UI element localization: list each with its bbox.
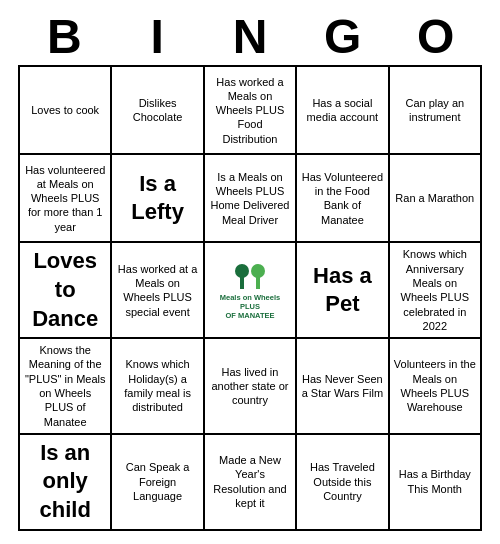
bingo-letter-b: B — [20, 13, 108, 61]
bingo-cell-9: Ran a Marathon — [390, 155, 482, 243]
bingo-cell-3: Has a social media account — [297, 67, 389, 155]
mow-logo: Meals on Wheels PLUSOF MANATEE — [209, 261, 291, 320]
bingo-letter-o: O — [392, 13, 480, 61]
mow-logo-text: Meals on Wheels PLUSOF MANATEE — [209, 293, 291, 320]
bingo-cell-21: Can Speak a Foreign Language — [112, 435, 204, 531]
bingo-cell-16: Knows which Holiday(s) a family meal is … — [112, 339, 204, 435]
svg-point-1 — [251, 264, 265, 278]
svg-rect-2 — [240, 277, 244, 289]
bingo-cell-10: Loves to Dance — [20, 243, 112, 339]
bingo-grid: Loves to cookDislikes ChocolateHas worke… — [18, 65, 482, 530]
bingo-cell-5: Has volunteered at Meals on Wheels PLUS … — [20, 155, 112, 243]
bingo-cell-18: Has Never Seen a Star Wars Film — [297, 339, 389, 435]
bingo-cell-11: Has worked at a Meals on Wheels PLUS spe… — [112, 243, 204, 339]
bingo-cell-4: Can play an instrument — [390, 67, 482, 155]
bingo-cell-17: Has lived in another state or country — [205, 339, 297, 435]
svg-point-0 — [235, 264, 249, 278]
bingo-cell-1: Dislikes Chocolate — [112, 67, 204, 155]
bingo-cell-2: Has worked a Meals on Wheels PLUS Food D… — [205, 67, 297, 155]
bingo-cell-6: Is a Lefty — [112, 155, 204, 243]
svg-rect-3 — [256, 277, 260, 289]
bingo-cell-20: Is an only child — [20, 435, 112, 531]
bingo-cell-7: Is a Meals on Wheels PLUS Home Delivered… — [205, 155, 297, 243]
bingo-cell-13: Has a Pet — [297, 243, 389, 339]
bingo-cell-23: Has Traveled Outside this Country — [297, 435, 389, 531]
bingo-cell-22: Made a New Year's Resolution and kept it — [205, 435, 297, 531]
bingo-cell-8: Has Volunteered in the Food Bank of Mana… — [297, 155, 389, 243]
bingo-letter-n: N — [206, 13, 294, 61]
bingo-letter-g: G — [299, 13, 387, 61]
bingo-header: BINGO — [18, 13, 482, 61]
bingo-cell-15: Knows the Meaning of the "PLUS" in Meals… — [20, 339, 112, 435]
bingo-letter-i: I — [113, 13, 201, 61]
bingo-cell-0: Loves to cook — [20, 67, 112, 155]
bingo-cell-19: Volunteers in the Meals on Wheels PLUS W… — [390, 339, 482, 435]
bingo-cell-12: Meals on Wheels PLUSOF MANATEE — [205, 243, 297, 339]
bingo-card: BINGO Loves to cookDislikes ChocolateHas… — [10, 5, 490, 538]
bingo-cell-24: Has a Birthday This Month — [390, 435, 482, 531]
bingo-cell-14: Knows which Anniversary Meals on Wheels … — [390, 243, 482, 339]
mow-logo-icon — [230, 261, 270, 293]
